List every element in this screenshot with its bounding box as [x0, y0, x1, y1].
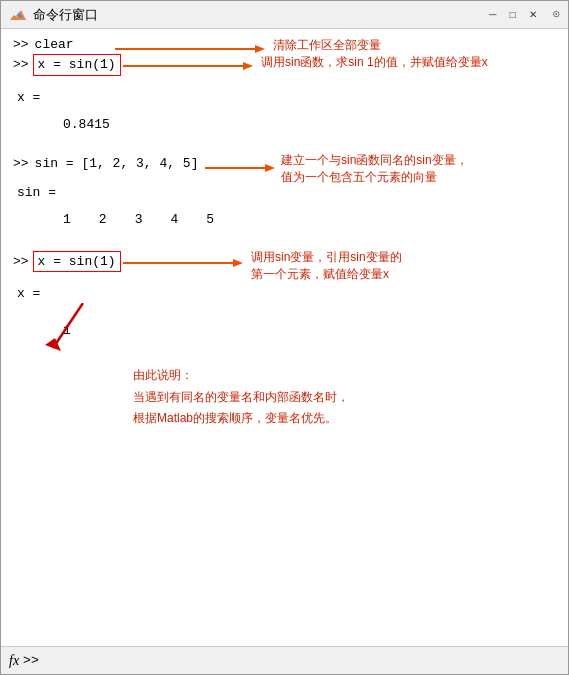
x2-equals-label: x = — [17, 286, 556, 301]
matlab-window: 命令行窗口 ─ □ ✕ ⊙ >> clear 清除工作区全部变量 >> x = … — [0, 0, 569, 675]
xsin1-code-box: x = sin(1) — [33, 54, 121, 76]
arrow-4 — [123, 253, 253, 273]
scroll-icon[interactable]: ⊙ — [553, 7, 560, 23]
clear-annotation: 清除工作区全部变量 — [273, 37, 381, 54]
matrix-val-3: 3 — [135, 212, 143, 227]
window-title: 命令行窗口 — [33, 6, 98, 24]
red-arrow-container: 1 — [13, 313, 556, 353]
matrix-val-2: 2 — [99, 212, 107, 227]
matlab-logo-icon — [9, 6, 27, 24]
fx-label: fx — [9, 653, 19, 669]
big-red-arrow-icon — [33, 303, 113, 358]
xsin1-second-section: >> x = sin(1) 调用sin变量，引用sin变量的 第一个元素，赋值给… — [13, 251, 556, 273]
matrix-val-1: 1 — [63, 212, 71, 227]
svg-marker-3 — [243, 62, 253, 70]
x-equals-label: x = — [17, 90, 556, 105]
title-bar-left: 命令行窗口 — [9, 6, 98, 24]
svg-marker-1 — [255, 45, 265, 53]
conclusion-title: 由此说明： — [133, 365, 556, 387]
blank-2 — [13, 105, 556, 117]
matrix-val-4: 4 — [170, 212, 178, 227]
title-bar: 命令行窗口 ─ □ ✕ ⊙ — [1, 1, 568, 29]
blank-1 — [13, 78, 556, 90]
svg-marker-5 — [265, 164, 275, 172]
matrix-values-row: 1 2 3 4 5 — [63, 212, 556, 227]
blank-6 — [13, 227, 556, 239]
sin-equals-label: sin = — [17, 185, 556, 200]
blank-5 — [13, 200, 556, 212]
conclusion-line1: 当遇到有同名的变量名和内部函数名时， — [133, 387, 556, 409]
clear-code: clear — [35, 37, 74, 52]
sin-assign-section: >> sin = [1, 2, 3, 4, 5] 建立一个与sin函数同名的si… — [13, 156, 556, 171]
prompt-1: >> — [13, 37, 29, 52]
conclusion-line2: 根据Matlab的搜索顺序，变量名优先。 — [133, 408, 556, 430]
prompt-4: >> — [13, 254, 29, 269]
x2-value: 1 — [63, 313, 556, 338]
conclusion-block: 由此说明： 当遇到有同名的变量名和内部函数名时， 根据Matlab的搜索顺序，变… — [133, 365, 556, 430]
prompt-2: >> — [13, 57, 29, 72]
svg-line-8 — [53, 303, 83, 348]
blank-3 — [13, 132, 556, 144]
sin-assign-code: sin = [1, 2, 3, 4, 5] — [35, 156, 199, 171]
arrow-2 — [123, 56, 263, 76]
window-controls: ─ □ ✕ ⊙ — [485, 7, 560, 23]
arrow-3 — [205, 158, 285, 178]
xsin1-second-code-box: x = sin(1) — [33, 251, 121, 273]
bottom-prompt: >> — [23, 653, 39, 668]
xsin1-annotation: 调用sin函数，求sin 1的值，并赋值给变量x — [261, 54, 488, 71]
close-button[interactable]: ✕ — [525, 7, 541, 23]
x-value: 0.8415 — [63, 117, 556, 132]
content-area[interactable]: >> clear 清除工作区全部变量 >> x = sin(1) 调用sin函数… — [1, 29, 568, 646]
svg-marker-7 — [233, 259, 243, 267]
xsin1-section: >> x = sin(1) 调用sin函数，求sin 1的值，并赋值给变量x — [13, 54, 556, 76]
clear-section: >> clear 清除工作区全部变量 — [13, 37, 556, 52]
matrix-val-5: 5 — [206, 212, 214, 227]
prompt-3: >> — [13, 156, 29, 171]
sin-assign-annotation: 建立一个与sin函数同名的sin变量， 值为一个包含五个元素的向量 — [281, 152, 468, 186]
bottom-bar: fx >> — [1, 646, 568, 674]
restore-button[interactable]: □ — [505, 7, 521, 23]
minimize-button[interactable]: ─ — [485, 7, 501, 23]
xsin1-second-annotation: 调用sin变量，引用sin变量的 第一个元素，赋值给变量x — [251, 249, 402, 283]
